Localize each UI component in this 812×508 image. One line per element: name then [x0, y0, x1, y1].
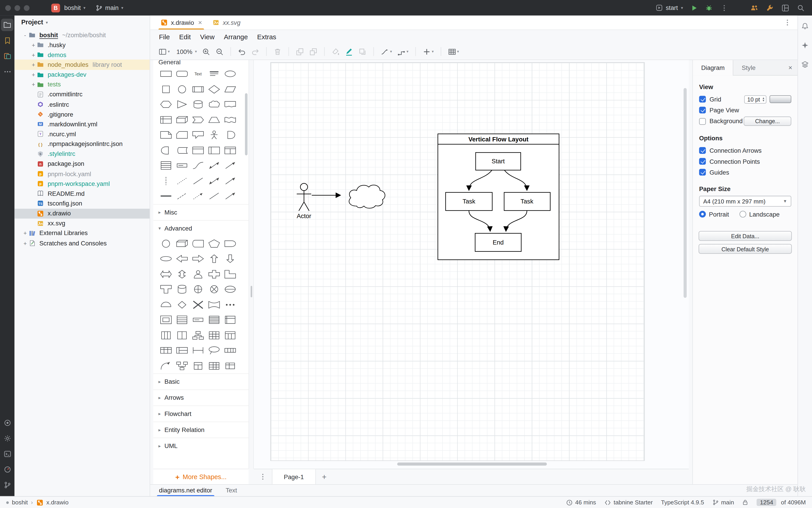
connection-arrows-checkbox[interactable]: [699, 147, 706, 154]
search-icon[interactable]: [797, 4, 805, 11]
shape-small-table[interactable]: [222, 358, 238, 374]
project-panel-header[interactable]: Project ▾: [14, 15, 149, 29]
shape-display[interactable]: [190, 236, 206, 251]
memory-indicator[interactable]: 1254 of 4096M: [757, 499, 806, 506]
shape-bidirectional-edge[interactable]: [206, 173, 222, 188]
palette-section-basic[interactable]: ▸Basic: [154, 373, 249, 389]
shape-half-circle[interactable]: [158, 297, 174, 312]
shape-concave-shape[interactable]: [206, 297, 222, 312]
delete-button[interactable]: [271, 46, 284, 57]
shape-cube[interactable]: [174, 112, 190, 127]
format-tab-diagram[interactable]: Diagram: [693, 60, 733, 76]
tree-toggle-icon[interactable]: +: [30, 52, 37, 58]
cloud-shape[interactable]: [349, 185, 385, 208]
shape-left-block-arrow[interactable]: [174, 251, 190, 267]
to-back-button[interactable]: [307, 46, 319, 57]
view-panels-button[interactable]: ▾: [156, 46, 172, 57]
tab-options-kebab-icon[interactable]: [783, 19, 791, 27]
tree-item-commitlintrc[interactable]: .commitlintrc: [14, 90, 149, 99]
grid-color-button[interactable]: [770, 95, 791, 103]
shape-hexagon[interactable]: [158, 97, 174, 112]
shape-and[interactable]: [158, 143, 174, 158]
shape-process[interactable]: [190, 82, 206, 97]
paper-size-select[interactable]: A4 (210 mm x 297 mm) ▼: [699, 196, 791, 207]
tree-toggle-icon[interactable]: +: [30, 72, 37, 78]
layers-icon[interactable]: [799, 58, 811, 70]
grid-checkbox[interactable]: [699, 96, 706, 102]
shape-diagonal-line[interactable]: [190, 173, 206, 188]
shape-vertical-stripes[interactable]: [158, 328, 174, 343]
shape-corner[interactable]: [222, 266, 238, 282]
shape-x-shape[interactable]: [190, 297, 206, 312]
shape-tree-chart[interactable]: [174, 358, 190, 374]
settings-icon[interactable]: [1, 432, 13, 444]
shape-crossbar[interactable]: [190, 343, 206, 358]
shape-list[interactable]: [174, 312, 190, 328]
tree-item-x-drawio[interactable]: x.drawio: [14, 208, 149, 218]
shape-divided-ellipse[interactable]: [222, 282, 238, 297]
shape-circle-x[interactable]: [206, 282, 222, 297]
shape-trapezoid[interactable]: [206, 112, 222, 127]
zoom-out-button[interactable]: [213, 46, 226, 57]
tree-toggle-icon[interactable]: +: [22, 230, 29, 237]
session-time[interactable]: 46 mins: [566, 499, 596, 506]
ai-assistant-icon[interactable]: [799, 39, 811, 51]
run-button[interactable]: [691, 4, 698, 11]
page-view-checkbox[interactable]: [699, 107, 706, 114]
shape-cross[interactable]: [206, 266, 222, 282]
shape-diamond[interactable]: [206, 82, 222, 97]
fill-color-button[interactable]: [330, 46, 342, 57]
menu-extras[interactable]: Extras: [252, 30, 281, 44]
tree-item-packages-dev[interactable]: +packages-dev: [14, 70, 149, 80]
breadcrumb-project[interactable]: boshit: [12, 499, 28, 506]
project-icon[interactable]: [1, 19, 13, 31]
tree-item-package-json[interactable]: npackage.json: [14, 159, 149, 169]
zoom-level-button[interactable]: 100%▾: [173, 46, 199, 57]
menu-edit[interactable]: Edit: [175, 30, 196, 44]
shape-square[interactable]: [158, 82, 174, 97]
palette-section-uml[interactable]: ▸UML: [154, 438, 249, 454]
shape-vertical-container[interactable]: [206, 143, 222, 158]
shape-internal-storage[interactable]: [158, 112, 174, 127]
tree-item-pnpm-workspace-yaml[interactable]: ppnpm-workspace.yaml: [14, 179, 149, 188]
git-branch-icon[interactable]: [1, 478, 13, 491]
insert-button[interactable]: ▾: [420, 46, 436, 57]
shape-bidirectional-arrow[interactable]: [206, 158, 222, 173]
shape-tee[interactable]: [158, 282, 174, 297]
shape-circle[interactable]: [158, 236, 174, 251]
portrait-radio[interactable]: [699, 211, 706, 217]
more-shapes-button[interactable]: + More Shapes...: [154, 469, 249, 484]
lock-icon[interactable]: [742, 499, 749, 506]
window-zoom-button[interactable]: [24, 5, 30, 11]
notes-icon[interactable]: [1, 50, 13, 62]
shape-curved-callout[interactable]: [158, 358, 174, 374]
shape-flat-ellipse[interactable]: [158, 251, 174, 267]
window-minimize-button[interactable]: [14, 5, 20, 11]
shape-cloud[interactable]: [206, 97, 222, 112]
typescript-version[interactable]: TypeScript 4.9.5: [661, 499, 704, 506]
tree-toggle-icon[interactable]: +: [30, 81, 37, 88]
shape-circle-cross[interactable]: [190, 282, 206, 297]
shape-vertical-dashed-line[interactable]: [158, 173, 174, 188]
run-configuration[interactable]: start ▾: [655, 4, 683, 11]
shape-actor[interactable]: [206, 127, 222, 143]
background-checkbox[interactable]: [699, 118, 706, 125]
project-selector[interactable]: boshit ▾: [64, 4, 85, 11]
add-page-icon[interactable]: +: [322, 472, 326, 481]
connection-button[interactable]: ▾: [379, 46, 394, 57]
shape-plain-edge[interactable]: [206, 188, 222, 204]
landscape-radio[interactable]: [739, 211, 746, 217]
vertical-scrollbar[interactable]: [684, 88, 687, 298]
palette-splitter[interactable]: [249, 60, 254, 469]
connection-points-checkbox[interactable]: [699, 158, 706, 165]
shape-rounded-rectangle[interactable]: [174, 66, 190, 82]
debug-button[interactable]: [705, 4, 713, 11]
tree-item-scratches-and-consoles[interactable]: +Scratches and Consoles: [14, 238, 149, 248]
splitter-grip[interactable]: [251, 286, 252, 297]
shape-oval-callout[interactable]: [206, 343, 222, 358]
actor-shape[interactable]: [297, 183, 311, 211]
tree-item-husky[interactable]: +.husky: [14, 40, 149, 50]
shape-person[interactable]: [190, 266, 206, 282]
shape-data-storage[interactable]: [174, 143, 190, 158]
shape-cube[interactable]: [174, 236, 190, 251]
